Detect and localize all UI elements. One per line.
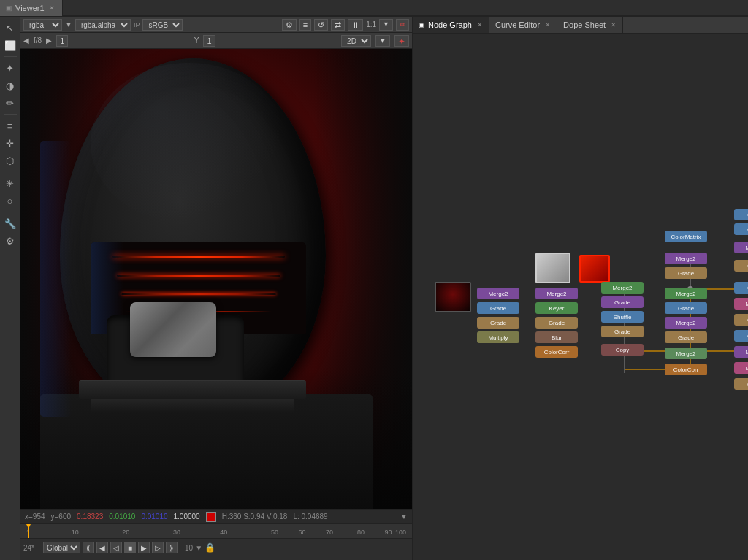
node-grade-r3[interactable]: Grade bbox=[734, 260, 748, 272]
tick-100: 100 bbox=[395, 529, 406, 536]
node-keyer-1[interactable]: Keyer bbox=[535, 302, 578, 314]
viewer-color-pick-btn[interactable]: ✦ bbox=[394, 35, 409, 47]
range-select[interactable]: Global bbox=[43, 542, 80, 553]
node-mult-1[interactable]: Multiply bbox=[477, 331, 519, 343]
node-grade-r5[interactable]: Grade bbox=[734, 314, 748, 326]
node-grade-5[interactable]: Grade bbox=[665, 267, 707, 279]
node-merge-6[interactable]: Merge2 bbox=[665, 288, 707, 299]
node-grade-1[interactable]: Grade bbox=[477, 317, 519, 329]
tab-dope-sheet[interactable]: Dope Sheet ✕ bbox=[557, 17, 623, 33]
btn-play[interactable]: ▶ bbox=[138, 542, 150, 553]
step-arrow: ▼ bbox=[195, 544, 202, 552]
btn-play-back[interactable]: ◁ bbox=[110, 542, 122, 553]
tool-3d[interactable]: ⬡ bbox=[2, 153, 18, 169]
tool-wrench[interactable]: 🔧 bbox=[2, 215, 18, 231]
viewer-settings-btn[interactable]: ⚙ bbox=[282, 19, 297, 31]
node-merge-r1[interactable]: Merge2 bbox=[734, 242, 748, 253]
viewer-pause-btn[interactable]: ⏸ bbox=[348, 19, 363, 31]
node-grade-6[interactable]: Grade bbox=[665, 302, 707, 314]
y-value: 1 bbox=[203, 35, 215, 47]
mode-2d-select[interactable]: 2D bbox=[341, 35, 371, 47]
tab-curve-editor[interactable]: Curve Editor ✕ bbox=[489, 17, 557, 33]
node-grade-r6[interactable]: Grade bbox=[734, 330, 748, 342]
node-merge-r4[interactable]: Merge2 bbox=[734, 362, 748, 374]
viewer1-tab[interactable]: ▣ Viewer1 ✕ bbox=[0, 0, 63, 16]
viewer-list-btn[interactable]: ≡ bbox=[299, 19, 311, 31]
visor-slit-1 bbox=[112, 256, 285, 258]
node-grade-7[interactable]: Grade bbox=[665, 331, 707, 343]
thumbnail-node-2[interactable] bbox=[535, 253, 570, 283]
node-grade-r1[interactable]: Grade bbox=[734, 209, 748, 220]
curve-editor-close[interactable]: ✕ bbox=[545, 21, 551, 28]
btn-ffwd[interactable]: ⟫ bbox=[166, 542, 178, 553]
node-grade-r2[interactable]: Grade bbox=[734, 223, 748, 235]
frame-label: f/8 bbox=[34, 37, 42, 45]
channel-select[interactable]: rgba rgb alpha bbox=[23, 19, 62, 31]
tool-move[interactable]: ✛ bbox=[2, 135, 18, 151]
node-blur-1[interactable]: Blur bbox=[535, 331, 578, 343]
btn-stop[interactable]: ■ bbox=[124, 542, 136, 553]
viewer-panel: rgba rgb alpha ▼ rgba.alpha IP sRGB ⚙ ≡ … bbox=[20, 17, 413, 560]
btn-step-fwd[interactable]: ▷ bbox=[152, 542, 164, 553]
status-expand-btn[interactable]: ▼ bbox=[400, 513, 408, 521]
tick-60: 60 bbox=[299, 529, 306, 536]
frame-arrow-right[interactable]: ▶ bbox=[46, 37, 52, 45]
dope-sheet-close[interactable]: ✕ bbox=[611, 21, 617, 28]
tick-50: 50 bbox=[271, 529, 278, 536]
step-label: 10 bbox=[185, 544, 193, 552]
node-merge-r3[interactable]: Merge2 bbox=[734, 346, 748, 358]
tool-wand[interactable]: ✦ bbox=[2, 60, 18, 76]
viewer-mode-btn[interactable]: ▼ bbox=[375, 35, 390, 47]
node-copy-1[interactable]: Copy bbox=[601, 344, 644, 356]
tool-sparkle[interactable]: ✳ bbox=[2, 175, 18, 191]
btn-rewind[interactable]: ⟪ bbox=[83, 542, 94, 553]
btn-step-back[interactable]: ◀ bbox=[96, 542, 108, 553]
status-x: x=954 bbox=[25, 513, 45, 521]
tc-lock-btn[interactable]: 🔒 bbox=[205, 542, 409, 553]
node-grade-r4[interactable]: Grade bbox=[734, 282, 748, 294]
tick-10: 10 bbox=[72, 529, 79, 536]
node-colmat-1[interactable]: ColorMatrix bbox=[665, 231, 707, 242]
node-grade-3[interactable]: Grade bbox=[601, 296, 644, 308]
node-graph-close[interactable]: ✕ bbox=[477, 21, 483, 28]
tick-40: 40 bbox=[220, 529, 227, 536]
layer-label: ▼ bbox=[65, 20, 72, 28]
node-merge-3[interactable]: Merge2 bbox=[535, 288, 578, 299]
node-merge-2[interactable]: Grade bbox=[477, 302, 519, 314]
timeline-ruler[interactable]: 1 10 20 30 40 50 60 70 80 90 100 bbox=[20, 524, 412, 539]
node-merge-r2[interactable]: Merge2 bbox=[734, 298, 748, 310]
tool-select[interactable]: ⬜ bbox=[2, 37, 18, 53]
node-shuffle-1[interactable]: Shuffle bbox=[601, 311, 644, 323]
tool-gradient[interactable]: ◑ bbox=[2, 77, 18, 93]
timeline-area: 1 10 20 30 40 50 60 70 80 90 100 bbox=[20, 523, 412, 560]
thumbnail-node-3[interactable] bbox=[579, 255, 610, 283]
tool-gear[interactable]: ⚙ bbox=[2, 233, 18, 249]
tool-circle[interactable]: ○ bbox=[2, 193, 18, 209]
tool-pencil[interactable]: ✏ bbox=[2, 95, 18, 111]
tool-pointer[interactable]: ↖ bbox=[2, 20, 18, 36]
viewer-refresh-btn[interactable]: ↺ bbox=[314, 19, 328, 31]
node-color-1[interactable]: ColorCorr bbox=[535, 346, 578, 358]
node-canvas[interactable]: Merge2 Grade Grade Multiply Merge2 Keyer… bbox=[413, 34, 748, 560]
node-merge-8[interactable]: Merge2 bbox=[665, 348, 707, 359]
viewer1-close[interactable]: ✕ bbox=[47, 4, 56, 12]
node-color-2[interactable]: ColorCorr bbox=[665, 364, 707, 375]
tab-node-graph[interactable]: ▣ Node Graph ✕ bbox=[413, 17, 489, 33]
viewer-zoom-btn[interactable]: ▼ bbox=[379, 19, 393, 31]
viewer-canvas bbox=[20, 49, 412, 509]
layer-select[interactable]: rgba.alpha bbox=[75, 19, 131, 31]
colorspace-select[interactable]: sRGB bbox=[142, 19, 183, 31]
node-merge-4[interactable]: Merge2 bbox=[601, 282, 644, 294]
viewer-pen-btn[interactable]: ✏ bbox=[396, 19, 409, 31]
node-grade-r7[interactable]: Grade bbox=[734, 378, 748, 390]
node-merge-1[interactable]: Merge2 bbox=[477, 288, 519, 299]
node-grade-4[interactable]: Grade bbox=[601, 326, 644, 337]
node-merge-5[interactable]: Merge2 bbox=[665, 253, 707, 264]
tool-layers[interactable]: ≡ bbox=[2, 118, 18, 134]
node-merge-7[interactable]: Merge2 bbox=[665, 317, 707, 329]
viewer1-tab-label: Viewer1 bbox=[15, 4, 45, 12]
viewer-compare-btn[interactable]: ⇄ bbox=[331, 19, 345, 31]
node-grade-2[interactable]: Grade bbox=[535, 317, 578, 329]
frame-arrow-left[interactable]: ◀ bbox=[23, 37, 29, 45]
thumbnail-node-1[interactable] bbox=[435, 282, 471, 312]
